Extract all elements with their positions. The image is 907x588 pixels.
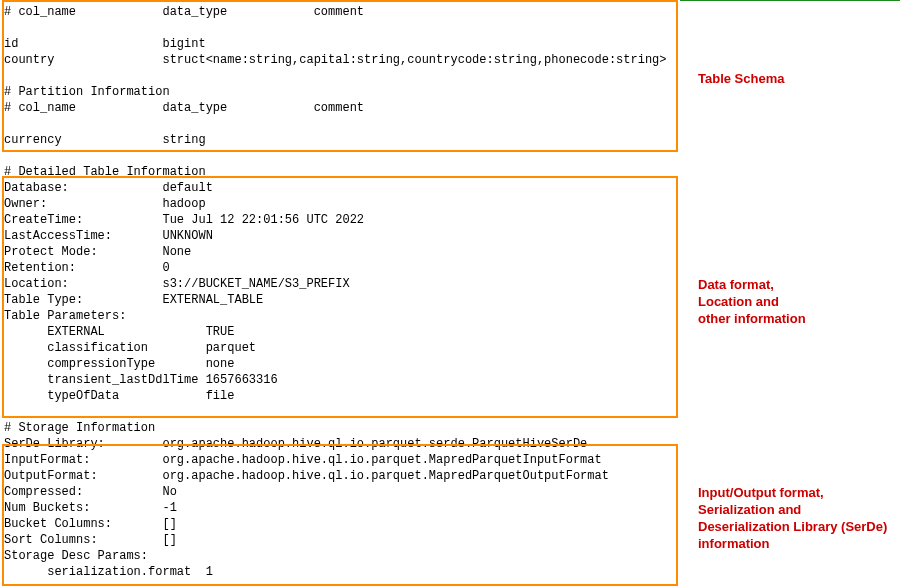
annotation-text-line4: information [698,536,770,551]
annotation-data-format: Data format, Location and other informat… [698,276,806,327]
annotation-table-schema: Table Schema [698,70,784,87]
annotation-storage-info: Input/Output format, Serialization and D… [698,484,887,552]
top-divider [680,0,900,1]
annotation-text-line1: Input/Output format, [698,485,824,500]
annotation-text-line2: Location and [698,294,779,309]
terminal-output: # col_name data_type comment id bigint c… [4,4,667,580]
annotation-text-line1: Data format, [698,277,774,292]
annotation-text-line3: Deserialization Library (SerDe) [698,519,887,534]
annotation-text: Table Schema [698,71,784,86]
annotation-text-line3: other information [698,311,806,326]
annotation-text-line2: Serialization and [698,502,801,517]
